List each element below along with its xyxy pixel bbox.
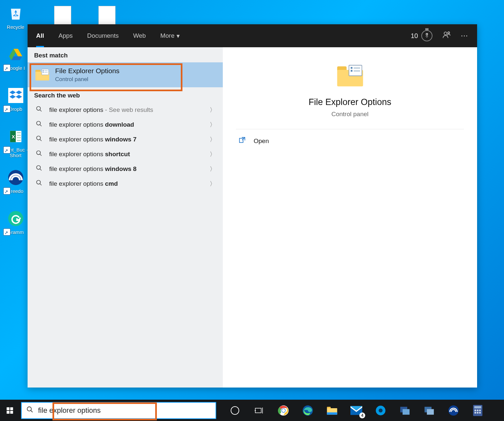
svg-point-6 (444, 32, 447, 35)
task-view-icon (255, 407, 264, 414)
web-result-item[interactable]: file explorer options shortcut〉 (28, 147, 223, 161)
desktop-file-icon[interactable] (98, 6, 116, 27)
taskbar-app-freedome[interactable] (441, 400, 466, 421)
chrome-icon (278, 405, 289, 416)
cortana-icon (231, 406, 239, 415)
search-icon (35, 106, 43, 114)
svg-point-7 (448, 32, 450, 33)
chevron-down-icon: ▾ (177, 32, 180, 40)
web-result-item[interactable]: file explorer options windows 7〉 (28, 132, 223, 147)
svg-rect-24 (350, 67, 352, 69)
web-result-label: file explorer options shortcut (49, 151, 204, 158)
tab-apps[interactable]: Apps (52, 24, 79, 47)
app-icon (424, 406, 435, 415)
desktop-icon-label: Joint_Buc - Short (0, 147, 31, 158)
taskbar-app-groove[interactable] (368, 400, 393, 421)
tab-more-label: More (160, 32, 174, 39)
desktop-icon-grammarly[interactable]: Gramm (0, 207, 31, 248)
folder-options-icon (35, 68, 50, 81)
folder-options-icon (336, 63, 364, 89)
account-icon[interactable] (442, 31, 451, 41)
search-icon (35, 135, 43, 143)
taskbar-app-generic-2[interactable] (417, 400, 441, 421)
search-input[interactable] (38, 406, 211, 415)
web-result-label: file explorer options cmd (49, 180, 204, 187)
tab-all[interactable]: All (30, 24, 51, 47)
freedome-icon (6, 168, 25, 187)
svg-rect-30 (255, 408, 261, 413)
detail-action-label: Open (254, 137, 269, 145)
taskbar-search-box[interactable] (21, 402, 216, 419)
desktop-icon-freedome[interactable]: Freedo (0, 166, 31, 207)
task-view-button[interactable] (247, 400, 271, 421)
more-options-icon[interactable]: ⋯ (461, 32, 468, 40)
chevron-right-icon: 〉 (210, 150, 216, 158)
svg-rect-37 (327, 412, 337, 414)
web-result-item[interactable]: file explorer options download〉 (28, 117, 223, 132)
detail-action-open[interactable]: Open (223, 129, 477, 153)
taskbar-app-mail[interactable]: 4 (344, 400, 368, 421)
svg-point-17 (37, 136, 41, 140)
desktop-icon-excel-shortcut[interactable]: X Joint_Buc - Short (0, 125, 31, 166)
svg-rect-48 (474, 410, 476, 411)
best-match-result[interactable]: File Explorer Options Control panel (28, 62, 223, 87)
svg-rect-49 (477, 410, 478, 411)
search-icon (35, 179, 43, 188)
search-icon (26, 406, 33, 415)
svg-rect-50 (479, 410, 481, 411)
svg-rect-13 (44, 71, 48, 71)
svg-point-16 (37, 121, 41, 125)
open-icon (239, 137, 246, 145)
svg-rect-25 (350, 70, 352, 72)
dropbox-icon (6, 86, 25, 105)
web-result-item[interactable]: file explorer options windows 8〉 (28, 161, 223, 176)
svg-point-29 (27, 407, 32, 411)
taskbar-app-generic-1[interactable] (393, 400, 417, 421)
web-result-label: file explorer options windows 8 (49, 165, 204, 173)
web-result-item[interactable]: file explorer options - See web results〉 (28, 102, 223, 117)
svg-rect-26 (353, 68, 360, 69)
svg-rect-53 (479, 412, 481, 413)
cortana-button[interactable] (223, 400, 247, 421)
rewards-points[interactable]: 10 🎖 (411, 30, 432, 41)
desktop-icon-label: Recycle (7, 24, 24, 30)
desktop-icon-label: Gramm (8, 229, 24, 235)
svg-rect-0 (8, 88, 23, 103)
detail-title: File Explorer Options (308, 97, 391, 107)
svg-text:X: X (11, 134, 15, 139)
desktop-icon-label: Freedo (8, 188, 24, 194)
desktop-icon-dropbox[interactable]: Dropb (0, 84, 31, 125)
start-search-flyout: All Apps Documents Web More ▾ 10 🎖 ⋯ Bes… (28, 24, 477, 388)
start-button[interactable] (0, 400, 20, 421)
svg-point-20 (37, 180, 41, 184)
mail-badge: 4 (359, 412, 365, 418)
svg-point-40 (379, 409, 383, 412)
search-results-pane: Best match File Explorer Options Control… (28, 47, 223, 388)
section-search-web: Search the web (28, 87, 223, 102)
taskbar-app-chrome[interactable] (271, 400, 296, 421)
chevron-right-icon: 〉 (210, 165, 216, 173)
chevron-right-icon: 〉 (210, 106, 216, 114)
edge-icon (302, 405, 313, 416)
taskbar-app-file-explorer[interactable] (320, 400, 344, 421)
desktop-file-icon[interactable] (54, 6, 71, 27)
tab-more[interactable]: More ▾ (154, 24, 186, 47)
chevron-right-icon: 〉 (210, 136, 216, 143)
desktop-icon-recycle-bin[interactable]: Recycle (0, 2, 31, 43)
svg-point-33 (282, 409, 285, 412)
groove-icon (375, 405, 386, 416)
app-icon (399, 406, 410, 415)
search-icon (35, 150, 43, 158)
web-result-label: file explorer options download (49, 121, 204, 128)
desktop-icon-google-drive[interactable]: Google I (0, 43, 31, 84)
web-result-label: file explorer options windows 7 (49, 136, 204, 143)
desktop-icon-label: Dropb (9, 106, 22, 112)
section-best-match: Best match (28, 47, 223, 62)
taskbar-app-calculator[interactable] (466, 400, 490, 421)
svg-point-19 (37, 166, 41, 170)
tab-documents[interactable]: Documents (81, 24, 125, 47)
web-result-item[interactable]: file explorer options cmd〉 (28, 176, 223, 191)
tab-web[interactable]: Web (127, 24, 153, 47)
detail-subtitle: Control panel (331, 111, 368, 118)
taskbar-app-edge[interactable] (296, 400, 320, 421)
